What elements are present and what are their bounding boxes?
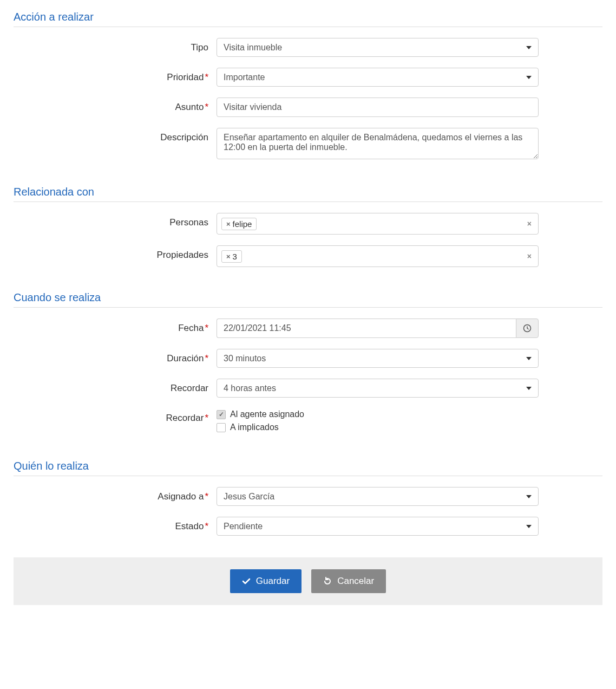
section-title-cuando: Cuando se realiza (14, 291, 602, 308)
select-recordar[interactable]: 4 horas antes (217, 379, 539, 398)
taginput-propiedades[interactable]: × 3 × (217, 245, 539, 267)
label-tipo: Tipo (14, 38, 217, 53)
tag-propiedad-label: 3 (233, 252, 237, 261)
tag-persona: × felipe (221, 218, 257, 230)
row-fecha: Fecha* (14, 318, 602, 338)
section-title-accion: Acción a realizar (14, 11, 602, 27)
check-icon (242, 577, 251, 586)
checkbox-row-implicados[interactable]: A implicados (217, 422, 539, 432)
section-title-quien: Quién lo realiza (14, 460, 602, 476)
row-estado: Estado* Pendiente (14, 517, 602, 536)
row-asunto: Asunto* (14, 98, 602, 117)
tag-remove-icon[interactable]: × (226, 220, 231, 228)
clear-personas-icon[interactable]: × (527, 219, 532, 228)
clock-icon (523, 324, 532, 333)
checkbox-implicados-label: A implicados (230, 422, 279, 432)
row-asignado: Asignado a* Jesus García (14, 487, 602, 506)
row-recordar: Recordar 4 horas antes (14, 379, 602, 398)
select-tipo[interactable]: Visita inmueble (217, 38, 539, 57)
input-fecha[interactable] (217, 318, 516, 338)
select-asignado[interactable]: Jesus García (217, 487, 539, 506)
checkbox-implicados[interactable] (217, 423, 226, 432)
checkbox-row-agente[interactable]: Al agente asignado (217, 410, 539, 419)
datepicker-button[interactable] (516, 318, 539, 338)
tag-persona-label: felipe (233, 219, 252, 229)
cancelar-button[interactable]: Cancelar (311, 569, 386, 593)
select-prioridad[interactable]: Importante (217, 68, 539, 87)
section-title-relacionada: Relacionada con (14, 186, 602, 202)
required-marker: * (205, 323, 208, 333)
label-estado: Estado* (14, 517, 217, 532)
tag-remove-icon[interactable]: × (226, 252, 231, 261)
required-marker: * (205, 491, 208, 502)
taginput-personas[interactable]: × felipe × (217, 213, 539, 235)
guardar-label: Guardar (256, 576, 290, 587)
label-asignado: Asignado a* (14, 487, 217, 502)
row-recordar-checkboxes: Recordar* Al agente asignado A implicado… (14, 408, 602, 435)
cancelar-label: Cancelar (337, 576, 374, 587)
label-recordar2: Recordar* (14, 408, 217, 424)
checkbox-agente[interactable] (217, 410, 226, 419)
checkbox-agente-label: Al agente asignado (230, 410, 304, 419)
row-personas: Personas × felipe × (14, 213, 602, 235)
input-asunto[interactable] (217, 98, 539, 117)
required-marker: * (205, 72, 208, 82)
row-descripcion: Descripción Enseñar apartamento en alqui… (14, 128, 602, 161)
label-propiedades: Propiedades (14, 245, 217, 261)
label-duracion: Duración* (14, 349, 217, 364)
textarea-descripcion[interactable]: Enseñar apartamento en alquiler de Benal… (217, 128, 539, 159)
required-marker: * (205, 521, 208, 531)
label-descripcion: Descripción (14, 128, 217, 143)
label-personas: Personas (14, 213, 217, 228)
row-tipo: Tipo Visita inmueble (14, 38, 602, 57)
label-prioridad: Prioridad* (14, 68, 217, 83)
required-marker: * (205, 353, 208, 363)
select-estado[interactable]: Pendiente (217, 517, 539, 536)
tag-propiedad: × 3 (221, 250, 242, 263)
label-asunto: Asunto* (14, 98, 217, 113)
required-marker: * (205, 413, 208, 423)
button-bar: Guardar Cancelar (14, 557, 602, 605)
guardar-button[interactable]: Guardar (230, 569, 302, 593)
label-recordar: Recordar (14, 379, 217, 394)
row-duracion: Duración* 30 minutos (14, 349, 602, 368)
clear-propiedades-icon[interactable]: × (527, 252, 532, 261)
row-prioridad: Prioridad* Importante (14, 68, 602, 87)
row-propiedades: Propiedades × 3 × (14, 245, 602, 267)
select-duracion[interactable]: 30 minutos (217, 349, 539, 368)
label-fecha: Fecha* (14, 318, 217, 334)
undo-icon (323, 577, 332, 586)
required-marker: * (205, 102, 208, 112)
